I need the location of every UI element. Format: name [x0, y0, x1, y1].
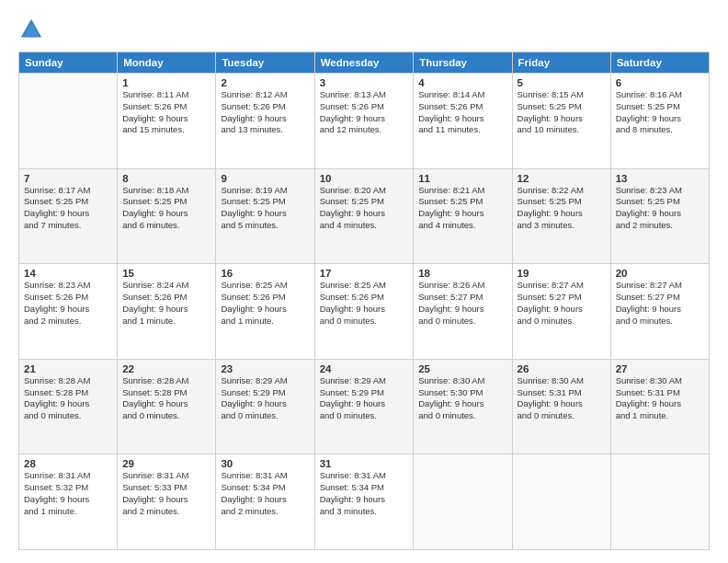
cell-date: 31	[320, 458, 409, 469]
calendar-cell: 10Sunrise: 8:20 AM Sunset: 5:25 PM Dayli…	[314, 168, 414, 264]
cell-info: Sunrise: 8:13 AM Sunset: 5:26 PM Dayligh…	[320, 89, 409, 136]
header-row: SundayMondayTuesdayWednesdayThursdayFrid…	[19, 52, 710, 74]
cell-info: Sunrise: 8:26 AM Sunset: 5:27 PM Dayligh…	[418, 280, 506, 327]
cell-info: Sunrise: 8:19 AM Sunset: 5:25 PM Dayligh…	[221, 185, 309, 232]
logo	[18, 17, 48, 42]
calendar-cell: 19Sunrise: 8:27 AM Sunset: 5:27 PM Dayli…	[512, 264, 610, 360]
calendar-cell: 25Sunrise: 8:30 AM Sunset: 5:30 PM Dayli…	[414, 359, 512, 454]
calendar-cell: 3Sunrise: 8:13 AM Sunset: 5:26 PM Daylig…	[314, 74, 414, 169]
calendar-cell: 31Sunrise: 8:31 AM Sunset: 5:34 PM Dayli…	[314, 454, 414, 550]
cell-date: 5	[518, 77, 606, 88]
cell-date: 14	[24, 268, 112, 279]
cell-date: 20	[616, 268, 704, 279]
column-header-saturday: Saturday	[610, 52, 709, 74]
cell-info: Sunrise: 8:29 AM Sunset: 5:29 PM Dayligh…	[221, 375, 309, 422]
cell-info: Sunrise: 8:31 AM Sunset: 5:33 PM Dayligh…	[122, 470, 210, 517]
calendar-cell: 9Sunrise: 8:19 AM Sunset: 5:25 PM Daylig…	[216, 168, 314, 264]
calendar-cell: 4Sunrise: 8:14 AM Sunset: 5:26 PM Daylig…	[414, 74, 512, 169]
calendar-cell: 23Sunrise: 8:29 AM Sunset: 5:29 PM Dayli…	[216, 359, 314, 454]
calendar-cell: 6Sunrise: 8:16 AM Sunset: 5:25 PM Daylig…	[610, 74, 709, 169]
cell-date: 9	[221, 173, 309, 184]
cell-info: Sunrise: 8:23 AM Sunset: 5:26 PM Dayligh…	[24, 280, 112, 327]
cell-info: Sunrise: 8:27 AM Sunset: 5:27 PM Dayligh…	[616, 280, 704, 327]
calendar-cell: 24Sunrise: 8:29 AM Sunset: 5:29 PM Dayli…	[314, 359, 414, 454]
cell-info: Sunrise: 8:18 AM Sunset: 5:25 PM Dayligh…	[122, 185, 210, 232]
column-header-tuesday: Tuesday	[216, 52, 314, 74]
cell-date: 30	[221, 458, 309, 469]
cell-date: 16	[221, 268, 309, 279]
calendar-cell	[19, 74, 118, 169]
cell-date: 3	[320, 77, 409, 88]
cell-info: Sunrise: 8:24 AM Sunset: 5:26 PM Dayligh…	[122, 280, 210, 327]
calendar-table: SundayMondayTuesdayWednesdayThursdayFrid…	[18, 52, 710, 550]
cell-info: Sunrise: 8:28 AM Sunset: 5:28 PM Dayligh…	[24, 375, 112, 422]
calendar-cell: 1Sunrise: 8:11 AM Sunset: 5:26 PM Daylig…	[118, 74, 216, 169]
calendar-cell: 18Sunrise: 8:26 AM Sunset: 5:27 PM Dayli…	[414, 264, 512, 360]
column-header-friday: Friday	[512, 52, 610, 74]
cell-info: Sunrise: 8:16 AM Sunset: 5:25 PM Dayligh…	[616, 89, 704, 136]
column-header-sunday: Sunday	[19, 52, 118, 74]
calendar-row: 7Sunrise: 8:17 AM Sunset: 5:25 PM Daylig…	[19, 168, 710, 264]
calendar-cell: 27Sunrise: 8:30 AM Sunset: 5:31 PM Dayli…	[610, 359, 709, 454]
cell-date: 11	[418, 173, 506, 184]
cell-info: Sunrise: 8:20 AM Sunset: 5:25 PM Dayligh…	[320, 185, 409, 232]
calendar-cell: 22Sunrise: 8:28 AM Sunset: 5:28 PM Dayli…	[118, 359, 216, 454]
cell-date: 4	[418, 77, 506, 88]
cell-date: 12	[518, 173, 606, 184]
cell-info: Sunrise: 8:29 AM Sunset: 5:29 PM Dayligh…	[320, 375, 409, 422]
cell-date: 25	[418, 363, 506, 374]
cell-date: 24	[320, 363, 409, 374]
cell-date: 13	[616, 173, 704, 184]
cell-info: Sunrise: 8:25 AM Sunset: 5:26 PM Dayligh…	[221, 280, 309, 327]
calendar-cell: 17Sunrise: 8:25 AM Sunset: 5:26 PM Dayli…	[314, 264, 414, 360]
cell-info: Sunrise: 8:25 AM Sunset: 5:26 PM Dayligh…	[320, 280, 409, 327]
cell-date: 7	[24, 173, 112, 184]
calendar-cell: 26Sunrise: 8:30 AM Sunset: 5:31 PM Dayli…	[512, 359, 610, 454]
calendar-cell: 15Sunrise: 8:24 AM Sunset: 5:26 PM Dayli…	[118, 264, 216, 360]
cell-date: 19	[518, 268, 606, 279]
cell-date: 23	[221, 363, 309, 374]
cell-date: 15	[122, 268, 210, 279]
calendar-cell: 7Sunrise: 8:17 AM Sunset: 5:25 PM Daylig…	[19, 168, 118, 264]
cell-info: Sunrise: 8:11 AM Sunset: 5:26 PM Dayligh…	[122, 89, 210, 136]
cell-info: Sunrise: 8:22 AM Sunset: 5:25 PM Dayligh…	[518, 185, 606, 232]
cell-date: 6	[616, 77, 704, 88]
cell-date: 27	[616, 363, 704, 374]
cell-date: 26	[518, 363, 606, 374]
cell-date: 21	[24, 363, 112, 374]
cell-date: 28	[24, 458, 112, 469]
calendar-cell: 5Sunrise: 8:15 AM Sunset: 5:25 PM Daylig…	[512, 74, 610, 169]
calendar-row: 1Sunrise: 8:11 AM Sunset: 5:26 PM Daylig…	[19, 74, 710, 169]
column-header-thursday: Thursday	[414, 52, 512, 74]
calendar-cell: 11Sunrise: 8:21 AM Sunset: 5:25 PM Dayli…	[414, 168, 512, 264]
header	[18, 17, 710, 42]
calendar-cell: 16Sunrise: 8:25 AM Sunset: 5:26 PM Dayli…	[216, 264, 314, 360]
cell-info: Sunrise: 8:23 AM Sunset: 5:25 PM Dayligh…	[616, 185, 704, 232]
calendar-header: SundayMondayTuesdayWednesdayThursdayFrid…	[19, 52, 710, 74]
cell-info: Sunrise: 8:31 AM Sunset: 5:34 PM Dayligh…	[320, 470, 409, 517]
calendar-cell: 21Sunrise: 8:28 AM Sunset: 5:28 PM Dayli…	[19, 359, 118, 454]
calendar-row: 14Sunrise: 8:23 AM Sunset: 5:26 PM Dayli…	[19, 264, 710, 360]
calendar-cell: 28Sunrise: 8:31 AM Sunset: 5:32 PM Dayli…	[19, 454, 118, 550]
cell-date: 1	[122, 77, 210, 88]
calendar-cell: 20Sunrise: 8:27 AM Sunset: 5:27 PM Dayli…	[610, 264, 709, 360]
cell-info: Sunrise: 8:31 AM Sunset: 5:34 PM Dayligh…	[221, 470, 309, 517]
calendar-cell: 2Sunrise: 8:12 AM Sunset: 5:26 PM Daylig…	[216, 74, 314, 169]
calendar-cell: 12Sunrise: 8:22 AM Sunset: 5:25 PM Dayli…	[512, 168, 610, 264]
cell-info: Sunrise: 8:14 AM Sunset: 5:26 PM Dayligh…	[418, 89, 506, 136]
column-header-wednesday: Wednesday	[314, 52, 414, 74]
cell-info: Sunrise: 8:27 AM Sunset: 5:27 PM Dayligh…	[518, 280, 606, 327]
cell-date: 22	[122, 363, 210, 374]
calendar-body: 1Sunrise: 8:11 AM Sunset: 5:26 PM Daylig…	[19, 74, 710, 550]
cell-date: 18	[418, 268, 506, 279]
calendar-row: 21Sunrise: 8:28 AM Sunset: 5:28 PM Dayli…	[19, 359, 710, 454]
calendar-cell: 30Sunrise: 8:31 AM Sunset: 5:34 PM Dayli…	[216, 454, 314, 550]
cell-date: 2	[221, 77, 309, 88]
calendar-cell	[414, 454, 512, 550]
column-header-monday: Monday	[118, 52, 216, 74]
cell-date: 10	[320, 173, 409, 184]
cell-info: Sunrise: 8:28 AM Sunset: 5:28 PM Dayligh…	[122, 375, 210, 422]
calendar-cell: 29Sunrise: 8:31 AM Sunset: 5:33 PM Dayli…	[118, 454, 216, 550]
calendar-cell: 8Sunrise: 8:18 AM Sunset: 5:25 PM Daylig…	[118, 168, 216, 264]
cell-info: Sunrise: 8:31 AM Sunset: 5:32 PM Dayligh…	[24, 470, 112, 517]
